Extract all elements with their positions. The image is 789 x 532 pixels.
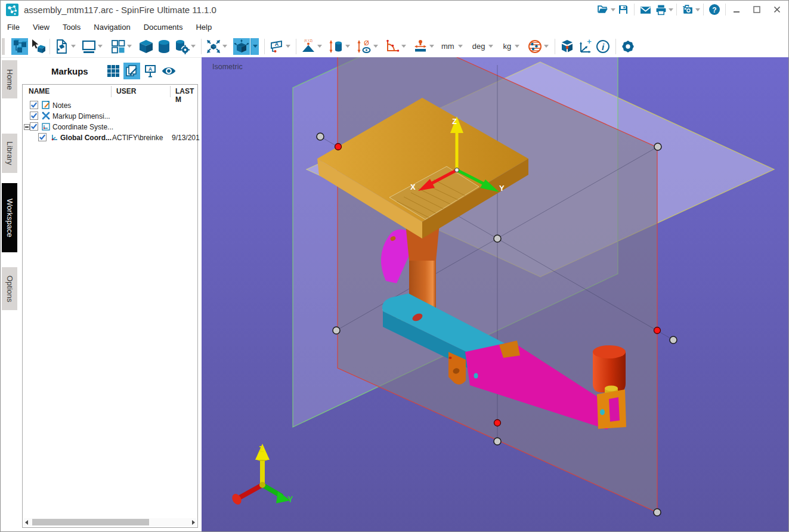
maximize-button[interactable] — [749, 2, 765, 17]
minimize-button[interactable] — [729, 2, 744, 17]
background-icon — [81, 39, 97, 54]
menu-item-view[interactable]: View — [26, 20, 56, 34]
menu-item-navigation[interactable]: Navigation — [87, 20, 137, 34]
plane-handle[interactable] — [654, 509, 661, 516]
viewport-layout-caret[interactable] — [127, 45, 132, 48]
snapshot-caret[interactable] — [695, 8, 700, 11]
angle-measure-caret[interactable] — [401, 45, 406, 48]
dimensions-checkbox[interactable] — [30, 112, 38, 120]
markup-edit-icon — [125, 64, 139, 78]
scroll-left-button[interactable] — [25, 520, 28, 525]
visibility-button[interactable] — [160, 63, 177, 79]
plane-handle-active[interactable] — [494, 420, 501, 426]
menu-item-file[interactable]: File — [1, 20, 26, 34]
menu-item-documents[interactable]: Documents — [137, 20, 190, 34]
print-button[interactable] — [653, 2, 669, 17]
point-coordinate-caret[interactable] — [317, 45, 322, 48]
diameter-measure-caret[interactable] — [373, 45, 378, 48]
viewport-3d[interactable]: X Y Z — [202, 57, 789, 532]
unit-angle-dropdown[interactable]: deg — [472, 42, 494, 51]
background-caret[interactable] — [98, 45, 103, 48]
coordinate-systems-checkbox[interactable] — [30, 122, 38, 131]
markup-row-coordinate-systems[interactable]: Coordinate Syste... — [23, 122, 197, 132]
background-button[interactable] — [81, 38, 97, 55]
annotation-button[interactable]: A — [268, 38, 285, 55]
plane-handle[interactable] — [333, 327, 340, 334]
save-button[interactable] — [615, 2, 631, 17]
render-cylinder-button[interactable] — [156, 38, 172, 55]
scrollbar-thumb[interactable] — [32, 519, 149, 525]
open-file-button[interactable] — [595, 2, 611, 17]
isometric-view-button[interactable] — [233, 38, 250, 55]
plane-handle[interactable] — [494, 438, 501, 445]
markup-row-global-coordinate[interactable]: Global Coord... ACTIFY\breinke 9/13/201 — [23, 132, 197, 143]
model-options-caret[interactable] — [191, 45, 196, 48]
exploded-view-button[interactable] — [559, 38, 575, 55]
collapse-expander[interactable] — [24, 124, 30, 130]
markup-row-notes[interactable]: Notes — [23, 100, 197, 111]
distance-measure-button[interactable] — [328, 38, 345, 55]
info-button[interactable]: i — [595, 38, 611, 55]
sign-button[interactable]: A — [142, 63, 159, 79]
plane-handle[interactable] — [317, 133, 324, 140]
row-user: ACTIFY\breinke — [112, 134, 163, 142]
thickness-measure-button[interactable] — [412, 38, 429, 55]
markup-edit-button[interactable] — [123, 63, 140, 79]
help-button[interactable]: ? — [707, 2, 722, 17]
select-part-button[interactable] — [29, 38, 46, 55]
plane-handle-active[interactable] — [335, 144, 342, 150]
fit-all-caret[interactable] — [222, 45, 227, 48]
notes-checkbox[interactable] — [30, 101, 38, 109]
horizontal-scrollbar[interactable] — [23, 518, 197, 526]
locale-caret[interactable] — [544, 45, 549, 48]
plane-handle[interactable] — [494, 235, 501, 242]
global-coordinate-checkbox[interactable] — [38, 133, 47, 141]
column-separator[interactable] — [111, 86, 112, 97]
open-file-caret[interactable] — [611, 8, 615, 11]
tab-library[interactable]: Library — [2, 134, 17, 173]
add-coordinate-system-button[interactable]: + — [577, 38, 593, 55]
menu-item-tools[interactable]: Tools — [56, 20, 87, 34]
settings-button[interactable] — [620, 38, 636, 55]
scroll-right-button[interactable] — [192, 520, 195, 525]
grid-view-button[interactable] — [105, 63, 122, 79]
model-tree-button[interactable] — [11, 38, 28, 55]
plane-handle[interactable] — [654, 143, 661, 150]
viewport-layout-button[interactable] — [110, 38, 126, 55]
thickness-measure-caret[interactable] — [429, 45, 434, 48]
isometric-view-caret[interactable] — [250, 38, 259, 55]
fit-all-button[interactable] — [205, 38, 222, 55]
markup-row-dimensions[interactable]: Markup Dimensi... — [23, 111, 197, 122]
sign-board-icon: A — [143, 64, 157, 78]
plane-handle[interactable] — [670, 336, 677, 344]
info-icon: i — [595, 39, 611, 54]
tab-options[interactable]: Options — [2, 267, 17, 310]
print-caret[interactable] — [669, 8, 673, 11]
model-options-button[interactable] — [174, 38, 190, 55]
menu-item-help[interactable]: Help — [189, 20, 218, 34]
toolbar-drag-handle[interactable] — [2, 38, 5, 55]
annotation-caret[interactable] — [286, 45, 290, 48]
unit-mass-dropdown[interactable]: kg — [503, 42, 519, 51]
part-orange-bracket[interactable] — [597, 389, 626, 429]
tab-home[interactable]: Home — [2, 60, 17, 98]
column-separator[interactable] — [170, 86, 171, 97]
distance-measure-caret[interactable] — [345, 45, 350, 48]
angle-measure-button[interactable] — [384, 38, 401, 55]
tab-workspace[interactable]: Workspace — [2, 183, 17, 252]
email-button[interactable] — [638, 2, 653, 17]
camera-icon — [682, 4, 694, 16]
plane-handle-active[interactable] — [654, 327, 661, 334]
unit-length-dropdown[interactable]: mm — [441, 42, 463, 51]
fill-color-button[interactable] — [54, 38, 70, 55]
close-button[interactable] — [769, 2, 785, 17]
fill-color-caret[interactable] — [71, 45, 76, 48]
part-red-cylinder[interactable] — [593, 345, 626, 392]
diameter-measure-button[interactable]: Ø — [356, 38, 373, 55]
point-coordinate-button[interactable]: (X,Y,Z) — [300, 38, 317, 55]
render-solid-button[interactable] — [138, 38, 154, 55]
column-header-user[interactable]: USER — [116, 87, 136, 95]
locale-button[interactable] — [527, 38, 543, 55]
snapshot-button[interactable] — [680, 2, 695, 17]
column-header-name[interactable]: NAME — [29, 87, 49, 95]
